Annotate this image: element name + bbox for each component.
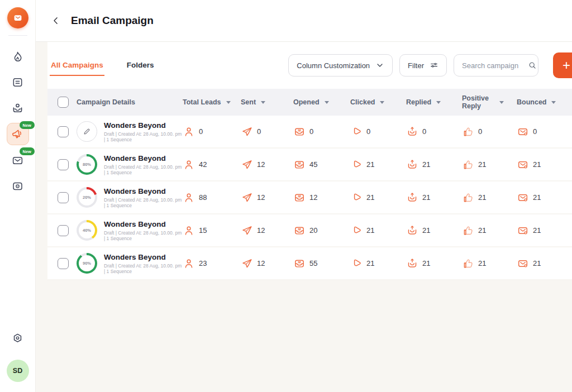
reply-icon: [406, 224, 418, 237]
thumbs-up-icon: [462, 159, 474, 171]
stat-bounced: 0: [517, 126, 572, 138]
campaign-name: Wonders Beyond: [104, 154, 183, 162]
table-row[interactable]: Wonders Beyond Draft | Created At: 28 Au…: [47, 116, 572, 149]
person-icon: [183, 257, 195, 270]
stat-opened: 20: [293, 224, 350, 237]
sidebar-item-leads-inbox[interactable]: [7, 97, 28, 118]
row-checkbox[interactable]: [58, 258, 69, 269]
person-icon: [183, 126, 195, 138]
campaign-name: Wonders Beyond: [104, 253, 183, 261]
tab-all-campaigns[interactable]: All Campaigns: [50, 55, 104, 76]
flame-icon: [11, 50, 24, 63]
sidebar-item-campaigns[interactable]: New: [7, 123, 29, 145]
logo-mail-icon: [13, 13, 23, 23]
column-customization-button[interactable]: Column Customization: [288, 54, 393, 77]
settings-button[interactable]: [7, 327, 28, 348]
click-icon: [350, 224, 363, 237]
stat-total-leads: 88: [183, 192, 241, 204]
click-icon: [350, 257, 363, 270]
bounced-mail-icon: [517, 224, 529, 237]
sort-icon[interactable]: [261, 101, 265, 104]
campaign-meta: Draft | Created At: 28 Aug, 10.00. pm | …: [104, 263, 183, 274]
send-icon: [241, 159, 253, 171]
row-checkbox[interactable]: [58, 126, 69, 137]
table-row[interactable]: 80% Wonders Beyond Draft | Created At: 2…: [47, 149, 572, 181]
sort-icon[interactable]: [551, 101, 556, 104]
tabs: All Campaigns Folders: [50, 55, 155, 76]
reply-icon: [406, 159, 418, 171]
send-icon: [241, 224, 253, 237]
bounced-mail-icon: [517, 192, 529, 204]
stat-total-leads: 23: [183, 257, 241, 270]
select-all-checkbox[interactable]: [58, 97, 69, 108]
user-avatar[interactable]: SD: [7, 360, 29, 382]
stat-sent: 12: [241, 257, 293, 270]
chevron-down-icon: [375, 61, 384, 70]
sidebar-item-email[interactable]: New: [7, 150, 28, 171]
col-total-leads: Total Leads: [183, 98, 221, 106]
opened-mail-icon: [293, 192, 306, 204]
click-icon: [350, 192, 363, 204]
bounced-mail-icon: [517, 126, 529, 138]
stat-replied: 21: [406, 257, 462, 270]
filter-button[interactable]: Filter: [399, 54, 447, 77]
search-input[interactable]: [461, 61, 523, 70]
row-checkbox[interactable]: [58, 225, 69, 236]
person-icon: [183, 224, 195, 237]
stat-opened: 12: [293, 192, 350, 204]
sidebar-item-notes[interactable]: [7, 71, 28, 93]
table-row[interactable]: 20% Wonders Beyond Draft | Created At: 2…: [47, 181, 572, 214]
add-campaign-button[interactable]: +: [553, 52, 572, 78]
sidebar-item-recorder[interactable]: [7, 175, 28, 197]
col-campaign-details: Campaign Details: [77, 98, 135, 106]
progress-ring: 20%: [77, 187, 97, 208]
row-checkbox[interactable]: [58, 159, 69, 170]
sort-icon[interactable]: [325, 101, 329, 104]
stat-sent: 0: [241, 126, 293, 138]
campaign-meta: Draft | Created At: 28 Aug, 10.00. pm | …: [104, 197, 183, 208]
row-checkbox[interactable]: [58, 192, 69, 203]
stat-positive-reply: 21: [462, 257, 517, 270]
stat-opened: 0: [293, 126, 350, 138]
bounced-mail-icon: [517, 257, 529, 270]
col-bounced: Bounced: [517, 98, 546, 106]
tab-folders[interactable]: Folders: [126, 55, 155, 76]
pencil-icon: [82, 127, 92, 136]
col-sent: Sent: [241, 98, 256, 106]
new-badge: New: [20, 147, 35, 155]
stat-bounced: 21: [517, 192, 572, 204]
stat-replied: 0: [406, 126, 462, 138]
stat-opened: 55: [293, 257, 350, 270]
person-icon: [183, 192, 195, 204]
toolbar: Column Customization Filter: [288, 54, 538, 77]
progress-ring: 90%: [77, 253, 97, 274]
sidebar: New New SD: [0, 0, 36, 392]
gear-icon: [11, 332, 24, 345]
page-header: Email Campaign: [36, 0, 572, 42]
campaigns-panel: All Campaigns Folders Column Customizati…: [47, 42, 572, 280]
stat-positive-reply: 21: [462, 224, 517, 237]
envelope-icon: [11, 154, 24, 167]
app-logo[interactable]: [7, 7, 28, 28]
click-icon: [350, 159, 363, 171]
sort-icon[interactable]: [380, 101, 384, 104]
send-icon: [241, 192, 253, 204]
stat-replied: 21: [406, 192, 462, 204]
sort-icon[interactable]: [226, 101, 231, 104]
chevron-left-icon: [51, 16, 61, 26]
search-box[interactable]: [454, 54, 538, 77]
campaign-name: Wonders Beyond: [104, 121, 183, 130]
table-row[interactable]: 40% Wonders Beyond Draft | Created At: 2…: [47, 214, 572, 247]
sliders-icon: [430, 61, 438, 70]
notes-icon: [11, 76, 24, 89]
sort-icon[interactable]: [436, 101, 441, 104]
thumbs-up-icon: [462, 224, 474, 237]
stat-sent: 12: [241, 192, 293, 204]
back-button[interactable]: [51, 15, 62, 26]
table-row[interactable]: 90% Wonders Beyond Draft | Created At: 2…: [47, 247, 572, 280]
click-icon: [350, 126, 363, 138]
sort-icon[interactable]: [499, 101, 504, 104]
sidebar-item-warmup[interactable]: [7, 46, 28, 67]
reply-icon: [406, 126, 418, 138]
opened-mail-icon: [293, 126, 306, 138]
